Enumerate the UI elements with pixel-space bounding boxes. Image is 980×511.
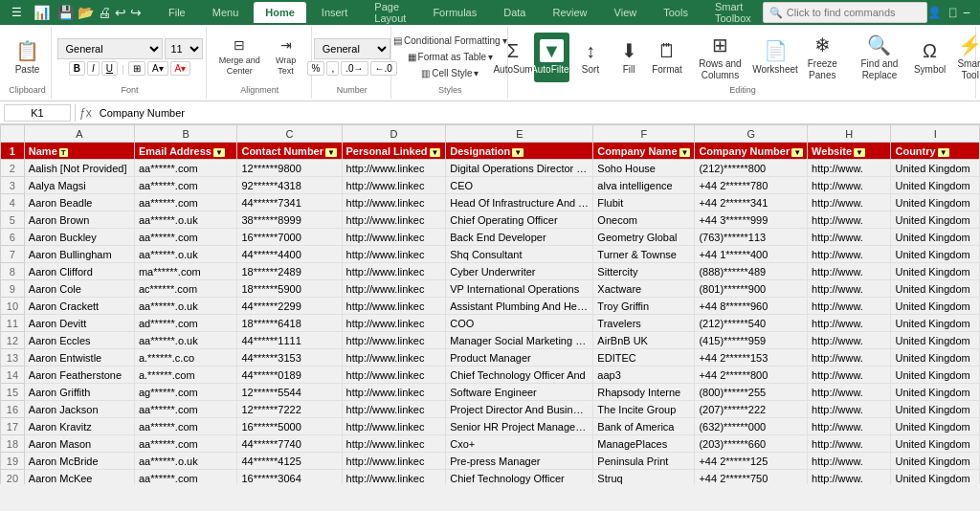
cell-r10-c6[interactable]: +44 8******960 [695, 298, 808, 315]
cell-r4-c5[interactable]: Flubit [593, 194, 695, 211]
wrap-text-button[interactable]: ⇥ Wrap Text [267, 35, 305, 78]
cell-r18-c2[interactable]: 44******7740 [237, 435, 342, 453]
cell-r6-c8[interactable]: United Kingdom [891, 229, 980, 246]
col-header-C[interactable]: C [237, 125, 342, 143]
cell-r6-c1[interactable]: aa******.com [134, 229, 237, 246]
cell-r11-c6[interactable]: (212)******540 [695, 315, 808, 332]
cell-r7-c5[interactable]: Turner & Townse [593, 246, 695, 263]
cell-r20-c4[interactable]: Chief Technology Officer [446, 470, 593, 485]
header-country[interactable]: Country▼ [891, 143, 980, 160]
cell-r4-c4[interactable]: Head Of Infrastructure And Te [446, 194, 593, 211]
cell-r18-c4[interactable]: Cxo+ [446, 435, 593, 453]
cell-r19-c2[interactable]: 44******4125 [237, 453, 342, 470]
filter-icon-contact[interactable]: ▼ [325, 148, 337, 157]
merge-center-button[interactable]: ⊟ Merge and Center [214, 35, 265, 78]
conditional-formatting-button[interactable]: ▤ Conditional Formatting ▾ [390, 33, 511, 48]
cell-r2-c6[interactable]: (212)******800 [695, 160, 808, 177]
cell-r15-c7[interactable]: http://www. [808, 384, 891, 401]
restore-icon[interactable]: ⎕ [949, 6, 956, 19]
smart-tool-button[interactable]: ⚡ Smart Tool [951, 33, 980, 82]
cell-r4-c7[interactable]: http://www. [808, 194, 891, 211]
cell-r20-c0[interactable]: Aaron McKee [24, 470, 134, 485]
cell-r11-c5[interactable]: Travelers [593, 315, 695, 332]
header-linkedin[interactable]: Personal Linked▼ [342, 143, 446, 160]
cell-r10-c4[interactable]: Assistant Plumbing And Heatin [446, 298, 593, 315]
find-replace-button[interactable]: 🔍 Find and Replace [850, 33, 908, 82]
cell-r13-c8[interactable]: United Kingdom [891, 349, 980, 367]
cell-r3-c0[interactable]: Aalya Magsi [24, 177, 134, 194]
freeze-panes-button[interactable]: ❄ Freeze Panes [798, 33, 846, 82]
cell-r12-c5[interactable]: AirBnB UK [593, 332, 695, 349]
cell-r2-c4[interactable]: Digital Operations Director Re [446, 160, 593, 177]
border-button[interactable]: ⊞ [128, 61, 145, 76]
minimize-icon[interactable]: – [964, 6, 970, 19]
cell-r13-c6[interactable]: +44 2******153 [695, 349, 808, 367]
filter-icon-website[interactable]: ▼ [854, 148, 865, 157]
bold-button[interactable]: B [69, 61, 85, 76]
cell-r5-c5[interactable]: Onecom [593, 211, 695, 229]
comma-button[interactable]: , [326, 61, 339, 76]
cell-r10-c7[interactable]: http://www. [808, 298, 891, 315]
cell-r16-c4[interactable]: Project Director And Business [446, 401, 593, 418]
cell-r11-c4[interactable]: COO [446, 315, 593, 332]
cell-r18-c0[interactable]: Aaron Mason [24, 435, 134, 453]
cell-r13-c7[interactable]: http://www. [808, 349, 891, 367]
cell-r19-c1[interactable]: aa******.o.uk [134, 453, 237, 470]
cell-r7-c1[interactable]: aa******.o.uk [134, 246, 237, 263]
cell-r17-c2[interactable]: 16******5000 [237, 418, 342, 435]
cell-r20-c3[interactable]: http://www.linkec [342, 470, 446, 485]
cell-r17-c4[interactable]: Senior HR Project Manager In [446, 418, 593, 435]
header-name[interactable]: NameT [24, 143, 134, 160]
cell-r4-c3[interactable]: http://www.linkec [342, 194, 446, 211]
tab-menu[interactable]: Menu [201, 2, 251, 23]
cell-r9-c2[interactable]: 18******5900 [237, 280, 342, 298]
paste-button[interactable]: 📋 Paste [11, 33, 45, 82]
cell-r2-c7[interactable]: http://www. [808, 160, 891, 177]
cell-r19-c7[interactable]: http://www. [808, 453, 891, 470]
cell-r14-c5[interactable]: aap3 [593, 367, 695, 384]
cell-r12-c6[interactable]: (415)******959 [695, 332, 808, 349]
cell-r3-c5[interactable]: alva intelligence [593, 177, 695, 194]
cell-r2-c1[interactable]: aa******.com [134, 160, 237, 177]
save-icon[interactable]: 💾 [57, 5, 74, 20]
cell-r6-c3[interactable]: http://www.linkec [342, 229, 446, 246]
cell-r19-c3[interactable]: http://www.linkec [342, 453, 446, 470]
cell-r13-c1[interactable]: a.******.c.co [134, 349, 237, 367]
cell-r7-c3[interactable]: http://www.linkec [342, 246, 446, 263]
cell-r5-c1[interactable]: aa******.o.uk [134, 211, 237, 229]
spreadsheet-area[interactable]: A B C D E F G H I 1 NameT Email Address▼… [0, 124, 980, 484]
percent-button[interactable]: % [307, 61, 325, 76]
cell-r13-c2[interactable]: 44******3153 [237, 349, 342, 367]
fill-color-button[interactable]: A▾ [147, 61, 168, 76]
cell-r8-c4[interactable]: Cyber Underwriter [446, 263, 593, 280]
cell-style-button[interactable]: ▥ Cell Style ▾ [417, 66, 482, 80]
search-bar[interactable]: 🔍 [763, 2, 927, 23]
undo-icon[interactable]: ↩ [115, 5, 126, 20]
cell-r3-c7[interactable]: http://www. [808, 177, 891, 194]
font-family-select[interactable]: General [57, 38, 163, 59]
search-input[interactable] [787, 7, 921, 18]
tab-data[interactable]: Data [492, 2, 537, 23]
filter-icon-name[interactable]: T [59, 148, 68, 157]
cell-r9-c1[interactable]: ac******.com [134, 280, 237, 298]
cell-r7-c4[interactable]: Shq Consultant [446, 246, 593, 263]
cell-r13-c4[interactable]: Product Manager [446, 349, 593, 367]
format-button[interactable]: 🗒 Format [650, 33, 684, 82]
cell-r17-c7[interactable]: http://www. [808, 418, 891, 435]
cell-r17-c8[interactable]: United Kingdom [891, 418, 980, 435]
cell-r16-c2[interactable]: 12******7222 [237, 401, 342, 418]
tab-smart-toolbox[interactable]: Smart Toolbox [703, 2, 763, 23]
formula-fx-icon[interactable]: ƒx [79, 106, 92, 120]
open-icon[interactable]: 📂 [78, 5, 94, 20]
cell-r18-c1[interactable]: aa******.com [134, 435, 237, 453]
formula-input[interactable] [96, 105, 976, 121]
cell-r16-c7[interactable]: http://www. [808, 401, 891, 418]
tab-page-layout[interactable]: Page Layout [363, 2, 417, 23]
cell-r15-c6[interactable]: (800)******255 [695, 384, 808, 401]
cell-r9-c4[interactable]: VP International Operations [446, 280, 593, 298]
cell-r19-c6[interactable]: +44 2******125 [695, 453, 808, 470]
cell-r18-c7[interactable]: http://www. [808, 435, 891, 453]
cell-r12-c2[interactable]: 44******1111 [237, 332, 342, 349]
cell-r20-c2[interactable]: 16******3064 [237, 470, 342, 485]
cell-r2-c3[interactable]: http://www.linkec [342, 160, 446, 177]
